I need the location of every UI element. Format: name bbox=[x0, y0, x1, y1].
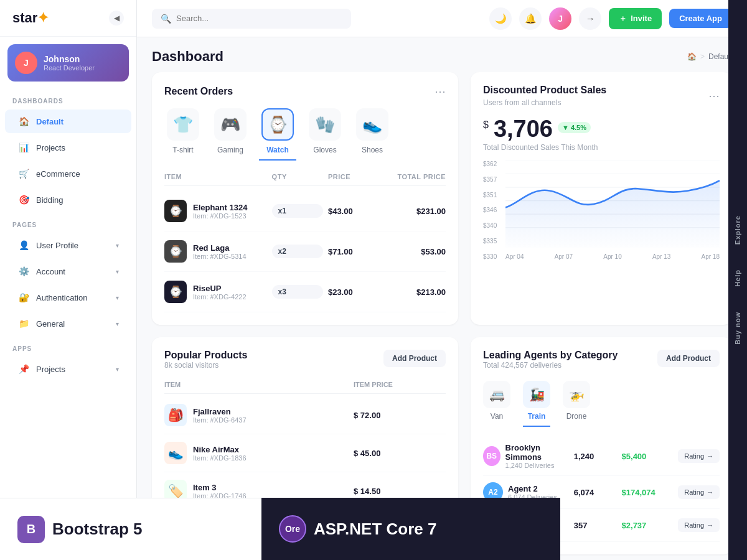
user-topbar-avatar[interactable]: J bbox=[549, 7, 571, 30]
sidebar-collapse-button[interactable]: ◀ bbox=[109, 11, 124, 26]
sidebar-item-ecommerce[interactable]: 🛒 eCommerce bbox=[5, 162, 131, 185]
invite-button[interactable]: ＋ Invite bbox=[609, 8, 662, 29]
arrow-right-icon[interactable]: → bbox=[579, 7, 601, 30]
price-value: $43.00 bbox=[328, 207, 379, 216]
x-label: Apr 10 bbox=[603, 253, 621, 260]
sidebar-item-projects[interactable]: 📊 Projects bbox=[5, 136, 131, 159]
arrow-right-icon: → bbox=[707, 488, 713, 496]
create-app-button[interactable]: Create App bbox=[669, 9, 732, 28]
topbar: 🔍 🌙 🔔 J → ＋ Invite Create App bbox=[137, 0, 747, 37]
change-dir-icon: ▼ bbox=[562, 124, 569, 131]
breadcrumb-separator: > bbox=[700, 52, 705, 61]
sidebar-item-label: Account bbox=[36, 267, 65, 276]
avatar: J bbox=[15, 52, 37, 74]
search-input[interactable] bbox=[176, 14, 342, 23]
logo: star✦ bbox=[12, 10, 49, 26]
card-menu-icon[interactable]: ⋯ bbox=[708, 89, 720, 103]
projects-app-icon: 📌 bbox=[17, 363, 30, 375]
col-total: TOTAL PRICE bbox=[384, 173, 446, 180]
category-tab-gaming[interactable]: 🎮 Gaming bbox=[212, 108, 249, 161]
section-label-pages: PAGES bbox=[0, 213, 136, 232]
y-label: $362 bbox=[483, 161, 497, 167]
page-header: Dashboard 🏠 > Default bbox=[137, 37, 747, 72]
category-tab-watch[interactable]: ⌚ Watch bbox=[259, 108, 296, 161]
chart-line-svg bbox=[505, 161, 720, 248]
tab-label: Train bbox=[528, 412, 546, 421]
help-label[interactable]: Help bbox=[730, 257, 745, 299]
rating-button[interactable]: Rating → bbox=[678, 449, 720, 463]
product-price: $ 14.50 bbox=[354, 487, 446, 496]
category-tab-tshirt[interactable]: 👕 T-shirt bbox=[164, 108, 202, 161]
general-icon: 📁 bbox=[17, 317, 30, 330]
product-id: Item: #XDG-6437 bbox=[193, 416, 247, 424]
sidebar-item-authentication[interactable]: 🔐 Authentication ▾ bbox=[5, 286, 131, 309]
rating-label: Rating bbox=[684, 452, 704, 460]
amount-value: 3,706 bbox=[494, 117, 553, 141]
buy-now-label[interactable]: Buy now bbox=[730, 299, 745, 357]
sales-chart: $362 $357 $351 $346 $340 $335 $330 bbox=[483, 161, 720, 260]
product-row: 👟 Nike AirMax Item: #XDG-1836 $ 45.00 bbox=[164, 434, 446, 472]
col-item: ITEM bbox=[164, 173, 267, 180]
sidebar-item-general[interactable]: 📁 General ▾ bbox=[5, 312, 131, 335]
table-row: ⌚ Elephant 1324 Item: #XDG-1523 x1 $43.0… bbox=[164, 191, 446, 231]
col-price: PRICE bbox=[328, 173, 379, 180]
bootstrap-icon: B bbox=[17, 516, 45, 543]
agent-tab-van[interactable]: 🚐 Van bbox=[483, 381, 510, 427]
sidebar-item-label: Projects bbox=[36, 143, 65, 152]
sidebar-item-user-profile[interactable]: 👤 User Profile ▾ bbox=[5, 233, 131, 257]
qty-badge: x3 bbox=[272, 285, 323, 299]
theme-icon[interactable]: 🌙 bbox=[489, 7, 512, 30]
agent-name: Brooklyn Simmons bbox=[505, 443, 569, 462]
product-item-cell: 🎒 Fjallraven Item: #XDG-6437 bbox=[164, 404, 349, 426]
rating-button[interactable]: Rating → bbox=[678, 485, 720, 499]
bootstrap-text: Bootstrap 5 bbox=[52, 520, 142, 539]
chevron-down-icon: ▾ bbox=[116, 268, 119, 275]
item-cell: ⌚ Red Laga Item: #XDG-5314 bbox=[164, 240, 267, 263]
recent-orders-card: Recent Orders ⋯ 👕 T-shirt 🎮 Gaming ⌚ Wat… bbox=[152, 72, 458, 325]
product-thumbnail: 🎒 bbox=[164, 404, 187, 426]
section-label-apps: APPS bbox=[0, 337, 136, 356]
product-name: Item 3 bbox=[193, 483, 247, 492]
add-product-button[interactable]: Add Product bbox=[383, 350, 446, 367]
tab-label: Drone bbox=[566, 412, 587, 421]
van-icon: 🚐 bbox=[483, 381, 510, 408]
sidebar-item-account[interactable]: ⚙️ Account ▾ bbox=[5, 259, 131, 283]
product-thumbnail: 👟 bbox=[164, 442, 187, 464]
sidebar-item-projects-app[interactable]: 📌 Projects ▾ bbox=[5, 357, 131, 381]
cat-label: Gaming bbox=[217, 146, 243, 154]
asp-icon: Ore bbox=[279, 515, 306, 543]
search-bar[interactable]: 🔍 bbox=[152, 9, 351, 29]
product-price: $ 72.00 bbox=[354, 411, 446, 420]
agent-earnings: $174,074 bbox=[622, 488, 674, 497]
sidebar-item-default[interactable]: 🏠 Default bbox=[5, 110, 131, 133]
cat-label: Watch bbox=[266, 146, 289, 154]
item-thumbnail: ⌚ bbox=[164, 240, 187, 263]
agent-tab-train[interactable]: 🚂 Train bbox=[523, 381, 550, 427]
gaming-icon: 🎮 bbox=[214, 108, 247, 141]
y-label: $351 bbox=[483, 192, 497, 198]
cat-label: Shoes bbox=[362, 146, 383, 154]
user-card: J Johnson React Developer bbox=[7, 44, 129, 82]
add-product-agents-button[interactable]: Add Product bbox=[657, 350, 720, 367]
total-value: $53.00 bbox=[384, 247, 446, 256]
y-label: $335 bbox=[483, 238, 497, 245]
table-row: ⌚ Red Laga Item: #XDG-5314 x2 $71.00 $53… bbox=[164, 231, 446, 272]
card-menu-icon[interactable]: ⋯ bbox=[435, 85, 446, 98]
cat-label: Gloves bbox=[313, 146, 336, 154]
category-tab-gloves[interactable]: 🧤 Gloves bbox=[306, 108, 344, 161]
main-content: 🔍 🌙 🔔 J → ＋ Invite Create App Dashboard … bbox=[137, 0, 747, 560]
sidebar-item-label: General bbox=[36, 319, 65, 329]
sidebar-item-bidding[interactable]: 🎯 Bidding bbox=[5, 188, 131, 212]
category-tab-shoes[interactable]: 👟 Shoes bbox=[354, 108, 391, 161]
asp-badge: Ore ASP.NET Core 7 bbox=[261, 498, 560, 560]
agent-info: BS Brooklyn Simmons 1,240 Deliveries bbox=[483, 443, 569, 469]
agent-name: Agent 2 bbox=[508, 484, 557, 493]
agent-tab-drone[interactable]: 🚁 Drone bbox=[563, 381, 590, 427]
item-id: Item: #XDG-1523 bbox=[193, 212, 247, 220]
sidebar-item-label: Projects bbox=[36, 365, 65, 374]
notification-icon[interactable]: 🔔 bbox=[519, 7, 542, 30]
bootstrap-badge: B Bootstrap 5 bbox=[0, 498, 261, 560]
sidebar-item-label: User Profile bbox=[36, 241, 78, 250]
explore-label[interactable]: Explore bbox=[730, 203, 745, 257]
product-name: Fjallraven bbox=[193, 407, 247, 416]
